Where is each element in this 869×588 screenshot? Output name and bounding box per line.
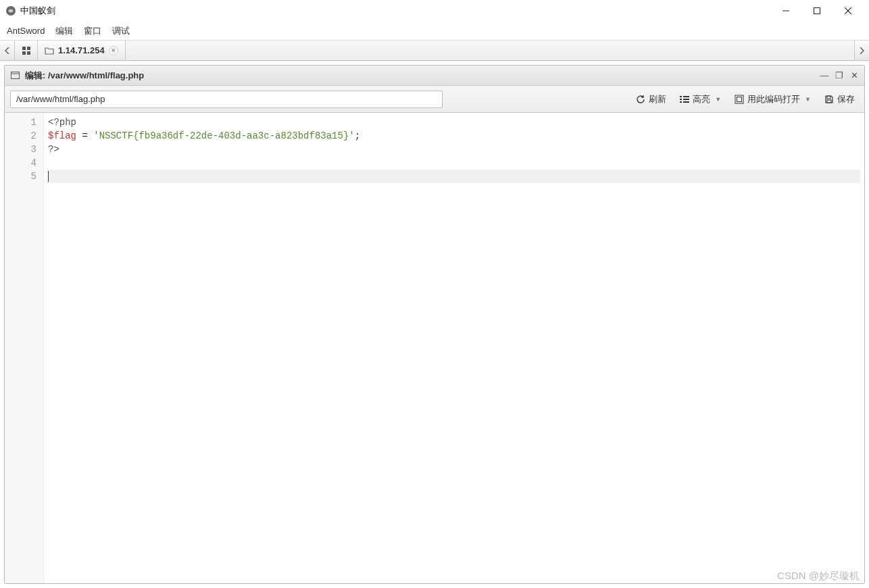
svg-rect-6: [27, 47, 30, 50]
menubar: AntSword 编辑 窗口 调试: [0, 22, 869, 41]
panel-minimize-button[interactable]: —: [820, 70, 829, 80]
chevron-down-icon: ▼: [805, 96, 811, 103]
code-editor[interactable]: 12345 <?php$flag = 'NSSCTF{fb9a36df-22de…: [5, 113, 864, 583]
line-number: 3: [5, 143, 36, 156]
menu-antsword[interactable]: AntSword: [7, 26, 45, 36]
refresh-icon: [636, 95, 645, 104]
tab-scroll-right[interactable]: [854, 41, 869, 60]
svg-rect-14: [683, 99, 689, 100]
path-input[interactable]: [10, 91, 443, 108]
code-line[interactable]: $flag = 'NSSCTF{fb9a36df-22de-403d-aa3c-…: [48, 129, 860, 143]
svg-rect-19: [827, 96, 830, 99]
svg-rect-20: [827, 100, 831, 103]
tab-host[interactable]: 1.14.71.254 ×: [38, 41, 126, 60]
line-number: 1: [5, 116, 36, 129]
panel-restore-button[interactable]: ❐: [835, 70, 844, 80]
code-line[interactable]: [48, 170, 860, 183]
close-button[interactable]: [833, 0, 864, 22]
svg-rect-18: [737, 97, 742, 101]
editor-panel: 编辑: /var/www/html/flag.php — ❐ ✕ 刷新 高亮 ▼…: [4, 65, 865, 584]
line-number: 2: [5, 129, 36, 143]
code-line[interactable]: <?php: [48, 116, 860, 129]
code-line[interactable]: ?>: [48, 143, 860, 156]
encoding-label: 用此编码打开: [747, 93, 800, 105]
maximize-button[interactable]: [801, 0, 833, 22]
svg-rect-12: [683, 96, 689, 97]
tab-scroll-left[interactable]: [0, 41, 15, 60]
editor-toolbar: 刷新 高亮 ▼ 用此编码打开 ▼ 保存: [5, 86, 864, 113]
refresh-button[interactable]: 刷新: [632, 91, 670, 107]
svg-rect-15: [680, 101, 682, 103]
svg-rect-13: [680, 99, 682, 100]
encoding-icon: [735, 95, 744, 104]
tabbar: 1.14.71.254 ×: [0, 41, 869, 61]
code-area[interactable]: <?php$flag = 'NSSCTF{fb9a36df-22de-403d-…: [44, 113, 864, 583]
code-line[interactable]: [48, 156, 860, 170]
svg-rect-8: [27, 51, 30, 55]
grid-icon: [22, 46, 31, 55]
list-icon: [680, 95, 689, 103]
svg-rect-7: [22, 51, 26, 55]
titlebar: 中国蚁剑: [0, 0, 869, 22]
window-title: 中国蚁剑: [20, 5, 770, 17]
line-number: 5: [5, 170, 36, 183]
folder-icon: [45, 47, 54, 55]
panel-title-path: /var/www/html/flag.php: [48, 70, 144, 80]
highlight-button[interactable]: 高亮 ▼: [676, 91, 725, 107]
svg-rect-17: [735, 95, 743, 103]
refresh-label: 刷新: [649, 93, 666, 105]
panel-controls: — ❐ ✕: [820, 70, 859, 80]
menu-window[interactable]: 窗口: [84, 25, 101, 37]
app-icon: [5, 5, 16, 16]
panel-title: 编辑: /var/www/html/flag.php: [25, 70, 814, 82]
minimize-button[interactable]: [770, 0, 801, 22]
chevron-down-icon: ▼: [715, 96, 721, 103]
svg-rect-2: [814, 8, 820, 14]
menu-edit[interactable]: 编辑: [55, 25, 73, 37]
save-button[interactable]: 保存: [820, 91, 859, 107]
svg-rect-9: [11, 72, 19, 79]
tab-close-icon[interactable]: ×: [109, 46, 118, 55]
window-controls: [770, 0, 864, 22]
panel-header: 编辑: /var/www/html/flag.php — ❐ ✕: [5, 66, 864, 86]
window-icon: [10, 71, 20, 80]
encoding-button[interactable]: 用此编码打开 ▼: [730, 91, 815, 107]
save-label: 保存: [837, 93, 855, 105]
line-number: 4: [5, 156, 36, 170]
svg-rect-16: [683, 101, 689, 103]
tab-label: 1.14.71.254: [58, 45, 105, 55]
line-gutter: 12345: [5, 113, 44, 583]
svg-rect-11: [680, 96, 682, 97]
svg-rect-5: [22, 47, 26, 50]
highlight-label: 高亮: [693, 93, 710, 105]
tab-grid-button[interactable]: [15, 41, 38, 60]
panel-title-prefix: 编辑:: [25, 70, 48, 80]
panel-close-button[interactable]: ✕: [849, 70, 859, 80]
menu-debug[interactable]: 调试: [112, 25, 130, 37]
save-icon: [824, 95, 834, 104]
